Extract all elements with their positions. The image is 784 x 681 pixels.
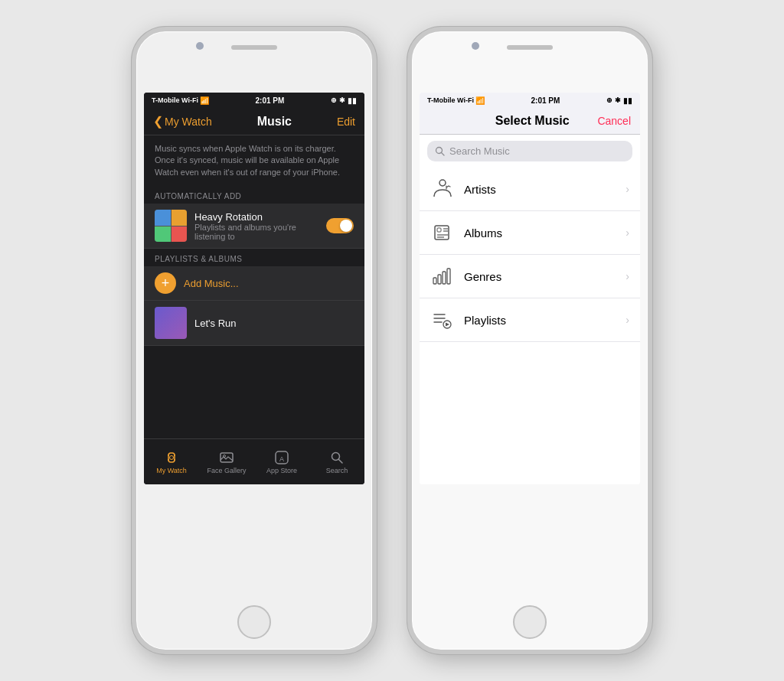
- phone-1: T-Mobile Wi-Fi 📶 2:01 PM ⊕ ✱ ▮▮ ❮ My Wat…: [132, 27, 377, 654]
- playlists-label: Playlists: [464, 314, 626, 327]
- svg-line-11: [339, 459, 343, 463]
- tab-search-label: Search: [326, 467, 348, 474]
- albums-label: Albums: [464, 226, 626, 239]
- info-text: Music syncs when Apple Watch is on its c…: [144, 135, 364, 186]
- thumb-2: [172, 210, 188, 226]
- wifi-icon-1: 📶: [200, 96, 209, 105]
- genres-label: Genres: [464, 270, 626, 283]
- toggle-knob: [340, 220, 352, 232]
- add-music-label: Add Music...: [184, 278, 239, 289]
- albums-chevron: ›: [626, 226, 629, 239]
- carrier-2: T-Mobile Wi-Fi: [427, 96, 474, 104]
- content-1: Music syncs when Apple Watch is on its c…: [144, 135, 364, 438]
- front-camera: [196, 42, 204, 50]
- lets-run-item[interactable]: Let's Run: [144, 301, 364, 346]
- back-button-1[interactable]: ❮ My Watch: [153, 114, 212, 129]
- playlists-icon: [430, 308, 455, 332]
- artists-chevron: ›: [626, 183, 629, 195]
- location-icon-2: ⊕: [606, 96, 612, 104]
- edit-button[interactable]: Edit: [337, 116, 355, 128]
- playlists-chevron: ›: [626, 314, 629, 326]
- lets-run-thumbnail: [155, 307, 187, 339]
- status-bar-2: T-Mobile Wi-Fi 📶 2:01 PM ⊕ ✱ ▮▮: [420, 93, 640, 108]
- nav-bar-1: ❮ My Watch Music Edit: [144, 108, 364, 135]
- genres-item[interactable]: Genres ›: [420, 255, 640, 298]
- back-label-1: My Watch: [165, 116, 212, 128]
- albums-icon: [430, 220, 455, 245]
- speaker-2: [511, 45, 549, 50]
- heavy-rotation-title: Heavy Rotation: [194, 211, 326, 223]
- svg-point-1: [170, 455, 174, 459]
- location-icon: ⊕: [331, 96, 337, 104]
- speaker: [235, 45, 273, 50]
- screen-1: T-Mobile Wi-Fi 📶 2:01 PM ⊕ ✱ ▮▮ ❮ My Wat…: [144, 93, 364, 484]
- status-icons-1: ⊕ ✱ ▮▮: [331, 96, 357, 105]
- status-left-2: T-Mobile Wi-Fi 📶: [427, 96, 485, 105]
- tab-face-gallery-label: Face Gallery: [207, 467, 246, 474]
- albums-item[interactable]: Albums ›: [420, 211, 640, 255]
- tab-app-store-label: App Store: [266, 467, 297, 474]
- plus-icon: +: [155, 272, 176, 294]
- search-icon: [435, 146, 445, 156]
- search-bar[interactable]: Search Music: [427, 141, 632, 161]
- heavy-rotation-subtitle: Playlists and albums you're listening to: [194, 223, 326, 241]
- artists-item[interactable]: Artists ›: [420, 168, 640, 211]
- content-2: Artists › Albums ›: [420, 168, 640, 484]
- heavy-rotation-toggle[interactable]: [326, 218, 354, 233]
- svg-point-14: [439, 180, 446, 186]
- svg-rect-22: [438, 275, 441, 284]
- bluetooth-icon: ✱: [339, 96, 345, 104]
- home-button-2[interactable]: [513, 605, 547, 639]
- svg-marker-29: [446, 323, 449, 327]
- watch-icon: [164, 450, 179, 465]
- tab-search[interactable]: Search: [309, 450, 364, 474]
- lets-run-title: Let's Run: [194, 318, 354, 329]
- cancel-button[interactable]: Cancel: [597, 115, 631, 127]
- thumb-3: [155, 226, 171, 243]
- search-tab-icon: [329, 450, 345, 465]
- tab-bar: My Watch Face Gallery A: [144, 438, 364, 484]
- svg-rect-24: [447, 269, 450, 284]
- artists-label: Artists: [464, 183, 626, 196]
- lets-run-text: Let's Run: [194, 318, 354, 329]
- status-left-1: T-Mobile Wi-Fi 📶: [152, 96, 209, 105]
- genres-chevron: ›: [626, 270, 629, 282]
- carrier-1: T-Mobile Wi-Fi: [152, 96, 198, 104]
- search-placeholder: Search Music: [449, 145, 510, 157]
- heavy-rotation-thumbnail: [155, 210, 187, 242]
- nav-title-2: Select Music: [495, 114, 570, 128]
- tab-my-watch-label: My Watch: [156, 467, 187, 474]
- battery-icon-2: ▮▮: [623, 96, 632, 105]
- tab-app-store[interactable]: A App Store: [254, 450, 309, 474]
- home-button-1[interactable]: [237, 605, 271, 639]
- genres-icon: [430, 264, 455, 288]
- battery-icon: ▮▮: [348, 96, 357, 105]
- tab-my-watch[interactable]: My Watch: [144, 450, 199, 474]
- auto-add-header: AUTOMATICALLY ADD: [144, 186, 364, 204]
- appstore-icon: A: [274, 450, 289, 465]
- tab-face-gallery[interactable]: Face Gallery: [199, 450, 254, 474]
- thumb-1: [155, 210, 171, 226]
- nav-title-1: Music: [257, 115, 292, 129]
- front-camera-2: [472, 42, 479, 50]
- time-2: 2:01 PM: [531, 96, 560, 105]
- status-icons-2: ⊕ ✱ ▮▮: [606, 96, 632, 105]
- heavy-rotation-item[interactable]: Heavy Rotation Playlists and albums you'…: [144, 204, 364, 249]
- bluetooth-icon-2: ✱: [615, 96, 621, 104]
- playlists-item[interactable]: Playlists ›: [420, 298, 640, 342]
- svg-rect-16: [437, 228, 441, 232]
- heavy-rotation-text: Heavy Rotation Playlists and albums you'…: [194, 211, 326, 241]
- svg-line-13: [442, 153, 445, 156]
- wifi-icon-2: 📶: [475, 96, 485, 105]
- time-1: 2:01 PM: [256, 96, 285, 105]
- thumb-4: [172, 226, 188, 243]
- playlists-header: PLAYLISTS & ALBUMS: [144, 249, 364, 266]
- status-bar-1: T-Mobile Wi-Fi 📶 2:01 PM ⊕ ✱ ▮▮: [144, 93, 364, 108]
- svg-rect-21: [433, 278, 436, 284]
- svg-text:A: A: [279, 455, 284, 462]
- artists-icon: [430, 177, 455, 201]
- phone-2: T-Mobile Wi-Fi 📶 2:01 PM ⊕ ✱ ▮▮ Select M…: [407, 27, 652, 654]
- svg-rect-23: [443, 272, 446, 284]
- chevron-left-icon: ❮: [153, 114, 163, 129]
- add-music-item[interactable]: + Add Music...: [144, 266, 364, 301]
